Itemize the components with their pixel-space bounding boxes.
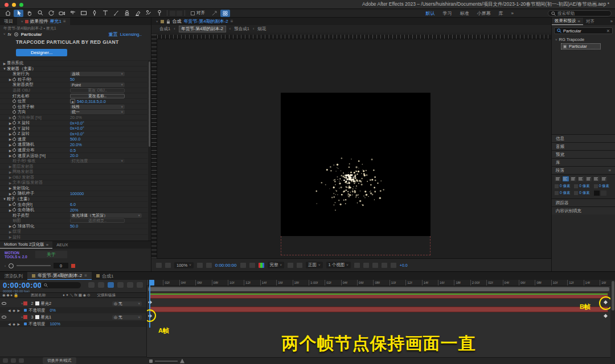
effect-row[interactable]: 灯光名称更改名称.. xyxy=(0,93,147,98)
effect-row[interactable]: 粒子/秒 修改灯光强度˅ xyxy=(0,158,147,164)
effect-row[interactable]: ▶速度分布0.5 xyxy=(0,147,147,153)
magnification-icon[interactable] xyxy=(165,263,171,268)
effect-row[interactable]: ▶速度随机20.0% xyxy=(0,142,147,147)
comp-ruler-vertical[interactable] xyxy=(151,35,157,258)
align-justify-last-right-icon[interactable] xyxy=(593,176,600,181)
effect-row[interactable]: ▶X 旋转0x+0.0° xyxy=(0,120,147,126)
twirl-icon[interactable]: ▶ xyxy=(8,148,13,152)
roto-brush-tool-icon[interactable] xyxy=(144,10,153,17)
rulers-icon[interactable] xyxy=(197,263,203,268)
timeline-vertical-scrollbar[interactable] xyxy=(610,280,615,364)
twirl-icon[interactable]: ▶ xyxy=(8,192,13,196)
fast-previews-icon[interactable] xyxy=(363,263,369,268)
stopwatch-icon[interactable] xyxy=(13,192,16,195)
effect-row[interactable]: ▼粒子（主要） xyxy=(0,196,147,202)
twirl-icon[interactable]: ▶ xyxy=(8,77,13,81)
orbit-tool-icon[interactable] xyxy=(46,10,56,17)
param-value[interactable]: 0x+0.0° xyxy=(70,121,84,126)
collapsed-panel-库[interactable]: 库 xyxy=(552,158,615,166)
stopwatch-icon[interactable] xyxy=(13,225,16,228)
layer-name-column[interactable]: 图层名称 xyxy=(31,293,46,298)
property-row-opacity[interactable]: ◀ ◆ ▶不透明度100% xyxy=(0,321,146,327)
panel-menu-icon[interactable]: ≡ xyxy=(231,19,233,24)
text-direction-rtl-icon[interactable] xyxy=(601,191,606,196)
home-tool-icon[interactable] xyxy=(3,10,13,17)
param-value[interactable]: 0x+0.0° xyxy=(70,126,84,131)
clone-stamp-tool-icon[interactable] xyxy=(122,10,132,17)
expand-transfer-icon[interactable] xyxy=(11,358,16,363)
time-ruler[interactable]: :00f02f04f06f08f10f12f14f16f18f1:00f02f0… xyxy=(147,280,610,286)
param-button[interactable]: 更改 OBJ.. xyxy=(70,88,125,93)
effect-row[interactable]: ▶速度500.0 xyxy=(0,136,147,142)
tree-group-rg-trapcode[interactable]: ˅ RG Trapcode xyxy=(552,36,615,43)
effects-search-input[interactable]: Particular ✕ xyxy=(554,27,613,34)
workspace-icon[interactable] xyxy=(170,11,175,16)
effect-row[interactable]: ▶Z 旋转0x+0.0° xyxy=(0,131,147,136)
graph-editor-icon[interactable] xyxy=(137,282,143,288)
shy-layers-icon[interactable] xyxy=(108,282,114,288)
timeline-button-icon[interactable] xyxy=(372,263,378,268)
twirl-closed-icon[interactable]: ▶ xyxy=(2,61,7,65)
tab-effects-presets[interactable]: 效果和预设≡ xyxy=(552,18,583,25)
timeline-zoom-slider[interactable] xyxy=(155,361,178,362)
property-value[interactable]: 100% xyxy=(50,321,60,326)
keyframe-navigator[interactable]: ◀ ◆ ▶ xyxy=(8,322,20,326)
twirl-icon[interactable]: ▶ xyxy=(8,143,13,147)
view-dropdown[interactable]: 正面˅ xyxy=(306,262,323,268)
stopwatch-icon[interactable] xyxy=(13,100,16,103)
pick-whip-icon[interactable]: ◈ xyxy=(70,99,75,104)
tab-project[interactable]: 项目 xyxy=(0,18,17,25)
layer-visibility-eye-icon[interactable] xyxy=(2,302,6,305)
pen-tool-icon[interactable] xyxy=(89,10,99,17)
frame-blending-icon[interactable] xyxy=(117,282,124,288)
param-value[interactable]: 50.0 xyxy=(70,224,78,229)
lock-icon[interactable] xyxy=(166,19,170,24)
text-direction-ltr-icon[interactable] xyxy=(594,191,600,196)
param-dropdown[interactable]: Point˅ xyxy=(70,82,125,87)
twirl-closed-icon[interactable]: ▶ xyxy=(8,164,13,168)
effect-row[interactable]: ▶球体羽化50.0 xyxy=(0,223,147,229)
expand-inout-icon[interactable] xyxy=(19,358,24,363)
indent-field[interactable]: 0 像素 xyxy=(594,184,612,189)
stopwatch-icon[interactable] xyxy=(13,116,16,119)
effect-row[interactable]: ▶Y 旋转0x+0.0° xyxy=(0,126,147,131)
breadcrumb-item[interactable]: 预合成1 xyxy=(234,26,249,32)
record-icon[interactable] xyxy=(71,264,75,268)
clear-search-icon[interactable]: ✕ xyxy=(606,28,610,34)
scrollbar-thumb[interactable] xyxy=(612,281,614,311)
property-name[interactable]: 不透明度 xyxy=(28,321,45,327)
effect-row[interactable]: ▶OBJ 发射器 xyxy=(0,174,147,180)
motion-blur-icon[interactable] xyxy=(127,282,133,288)
layer-bar-xingguang1[interactable] xyxy=(149,307,608,312)
align-center-icon[interactable] xyxy=(563,176,569,181)
effect-row[interactable]: ▶显示系统 xyxy=(0,60,147,66)
param-value[interactable]: 6.0 xyxy=(70,202,76,207)
effect-row[interactable]: ▶图层发射器 xyxy=(0,163,147,169)
align-justify-last-left-icon[interactable] xyxy=(578,176,584,181)
twirl-icon[interactable]: ▶ xyxy=(8,126,13,130)
region-of-interest-icon[interactable] xyxy=(206,263,212,268)
eraser-tool-icon[interactable] xyxy=(133,10,142,17)
stopwatch-icon[interactable] xyxy=(13,143,16,146)
param-value[interactable]: 500.0 xyxy=(70,136,80,142)
pixel-aspect-icon[interactable] xyxy=(354,263,360,268)
zoom-out-mountain-icon[interactable] xyxy=(149,359,153,363)
effect-row[interactable]: 发射行为连续˅ xyxy=(0,71,147,77)
layer-bar-xingguang2[interactable] xyxy=(149,293,608,299)
snap-checkbox[interactable] xyxy=(191,11,195,15)
param-dropdown[interactable]: 灯光强度˅ xyxy=(70,159,125,163)
indent-field[interactable]: 0 像素 xyxy=(555,191,573,196)
resolution-dropdown[interactable]: 完整˅ xyxy=(268,262,285,268)
effect-row[interactable]: ▶速度从运动 [%]20.0 xyxy=(0,152,147,158)
draft-3d-icon[interactable] xyxy=(98,282,104,288)
effect-row[interactable]: ▶发射强化 xyxy=(0,185,147,191)
licensing-link[interactable]: Licensing.. xyxy=(120,32,142,37)
timeline-zoom-bar[interactable] xyxy=(147,357,610,364)
workspace-库[interactable]: 库 xyxy=(499,10,503,16)
playhead-handle[interactable] xyxy=(149,280,154,286)
timeline-tab-合成1[interactable]: 合成1 xyxy=(92,272,118,280)
comp-tab-label[interactable]: 合成 xyxy=(173,18,182,24)
panel-paragraph-header[interactable]: 段落≡ xyxy=(552,166,615,174)
twirl-icon[interactable]: ▶ xyxy=(8,224,13,228)
param-dropdown[interactable]: 连续˅ xyxy=(70,72,125,76)
